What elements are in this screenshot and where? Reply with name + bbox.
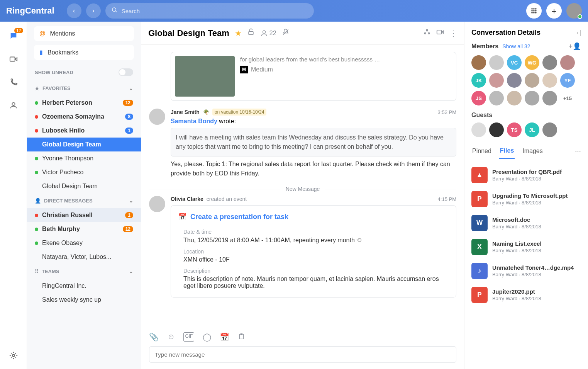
user-avatar[interactable] <box>566 3 582 19</box>
favorite-star-icon[interactable]: ★ <box>235 29 242 38</box>
huddle-icon[interactable] <box>423 28 431 38</box>
search-input[interactable] <box>122 8 308 14</box>
conv-name: Christian Russell <box>42 212 93 219</box>
member-avatar[interactable]: JS <box>471 91 486 105</box>
more-icon[interactable]: ⋯ <box>575 148 581 155</box>
bookmarks-button[interactable]: ▮Bookmarks <box>34 45 134 60</box>
nav-back-button[interactable]: ‹ <box>67 3 81 18</box>
sidebar-item[interactable]: Yvonne Thompson <box>27 151 141 165</box>
tab-pinned[interactable]: Pinned <box>471 144 492 158</box>
member-avatar[interactable] <box>471 122 486 137</box>
member-avatar[interactable]: WG <box>525 55 539 70</box>
member-avatar[interactable] <box>542 122 557 137</box>
member-more[interactable]: +15 <box>560 91 575 105</box>
member-avatar[interactable]: VC <box>507 55 522 70</box>
attach-icon[interactable]: 📎 <box>149 332 159 342</box>
file-item[interactable]: PJupiter2020.pptBarry Ward · 8/8/2018 <box>471 283 581 307</box>
tab-images[interactable]: Images <box>522 144 543 158</box>
sidebar-item[interactable]: Ekene Obasey <box>27 236 141 250</box>
member-avatar[interactable] <box>489 73 504 88</box>
event-datetime: Thu, 12/05/2019 at 8:00 AM - 11:00AM, re… <box>183 237 355 243</box>
svg-point-3 <box>533 8 534 9</box>
tab-files[interactable]: Files <box>499 143 515 159</box>
more-icon[interactable]: ⋮ <box>449 29 457 38</box>
gif-icon[interactable]: GIF <box>183 332 194 342</box>
event-title[interactable]: 📅Create a presentation for task <box>171 207 456 226</box>
member-avatar[interactable] <box>542 73 557 88</box>
note-icon[interactable]: 🗒 <box>238 332 246 342</box>
rail-phone[interactable] <box>8 77 19 88</box>
add-member-icon[interactable]: +👤 <box>568 42 581 51</box>
member-avatar[interactable] <box>525 73 539 88</box>
member-avatar[interactable]: YF <box>560 73 575 88</box>
file-meta: Barry Ward · 8/8/2018 <box>492 296 581 301</box>
rail-contacts[interactable] <box>8 100 19 111</box>
rail-settings[interactable] <box>8 350 19 361</box>
collapse-icon[interactable]: →| <box>573 29 581 36</box>
video-call-icon[interactable] <box>436 28 444 38</box>
add-button[interactable]: ＋ <box>546 3 562 19</box>
member-avatar[interactable]: TS <box>507 122 522 137</box>
sidebar-item[interactable]: RingCentral Inc. <box>27 279 141 293</box>
sidebar-item[interactable]: Lubosek Hnilo1 <box>27 124 141 138</box>
file-item[interactable]: ▲Presentation for QBR.pdfBarry Ward · 8/… <box>471 163 581 187</box>
presence-dot <box>35 129 38 133</box>
member-avatar[interactable] <box>471 55 486 70</box>
members-icon[interactable]: 22 <box>260 29 276 37</box>
member-avatar[interactable] <box>489 91 504 105</box>
conv-name: Victor Pacheco <box>42 169 83 176</box>
file-item[interactable]: WMicrosoft.docBarry Ward · 8/8/2018 <box>471 211 581 235</box>
member-avatar[interactable] <box>489 122 504 137</box>
search-wrap[interactable] <box>105 3 314 19</box>
event-field-label: Location <box>183 248 444 255</box>
svg-point-12 <box>12 103 15 105</box>
member-avatar[interactable] <box>489 55 504 70</box>
task-icon[interactable]: ◯ <box>203 332 211 342</box>
member-avatar[interactable] <box>560 55 575 70</box>
member-avatar[interactable] <box>542 55 557 70</box>
quote-author[interactable]: Samanta Bondy <box>171 118 217 124</box>
lock-open-icon[interactable] <box>247 28 255 38</box>
sidebar-item[interactable]: Victor Pacheco <box>27 165 141 179</box>
file-item[interactable]: XNaming List.excelBarry Ward · 8/8/2018 <box>471 235 581 259</box>
file-item[interactable]: ♪Unmatched Toner4…dge.mp4Barry Ward · 8/… <box>471 259 581 283</box>
avatar[interactable] <box>149 196 165 212</box>
sidebar-item[interactable]: Beth Murphy12 <box>27 222 141 236</box>
teams-header[interactable]: ⠿TEAMS⌄ <box>27 264 141 279</box>
show-all-link[interactable]: Show all 32 <box>502 43 530 49</box>
sidebar-item[interactable]: Ozoemena Somayina8 <box>27 110 141 124</box>
show-unread-toggle[interactable] <box>119 68 133 76</box>
dm-header[interactable]: 👤DIRECT MESSAGES⌄ <box>27 193 141 208</box>
calendar-icon[interactable]: 📅 <box>220 332 229 342</box>
details-tabs: PinnedFilesImages ⋯ <box>471 143 581 159</box>
sidebar-item[interactable]: Sales weekly sync up <box>27 293 141 307</box>
emoji-icon[interactable]: ☺ <box>167 332 175 342</box>
svg-point-7 <box>535 10 536 11</box>
svg-rect-11 <box>10 57 15 61</box>
member-avatar[interactable] <box>542 91 557 105</box>
mentions-button[interactable]: @Mentions <box>34 26 134 41</box>
member-avatar[interactable] <box>507 73 522 88</box>
member-avatar[interactable] <box>525 91 539 105</box>
member-avatar[interactable] <box>507 91 522 105</box>
mute-icon[interactable] <box>282 28 290 38</box>
sidebar-item[interactable]: Natayara, Victor, Lubos... <box>27 250 141 264</box>
dialpad-button[interactable] <box>526 3 542 19</box>
message-input[interactable] <box>149 346 456 363</box>
nav-forward-button[interactable]: › <box>86 3 101 18</box>
sidebar-item[interactable]: Christian Russell1 <box>27 208 141 222</box>
sidebar-item[interactable]: Herbert Peterson12 <box>27 96 141 110</box>
file-name: Presentation for QBR.pdf <box>492 168 581 175</box>
rail-video[interactable] <box>8 53 19 65</box>
member-avatar[interactable]: JL <box>525 122 539 137</box>
presence-dot <box>35 157 38 160</box>
sidebar-item[interactable]: Global Design Team <box>27 138 141 151</box>
favorites-header[interactable]: ★FAVORITES⌄ <box>27 81 141 96</box>
chevron-down-icon: ⌄ <box>129 269 133 274</box>
rail-chat[interactable]: 12 <box>8 30 19 42</box>
sidebar-item[interactable]: Global Design Team <box>27 179 141 193</box>
avatar[interactable] <box>149 109 165 125</box>
link-preview-card[interactable]: for global leaders from the world's best… <box>171 52 456 101</box>
member-avatar[interactable]: JK <box>471 73 486 88</box>
file-item[interactable]: PUpgrading To Microsoft.pptBarry Ward · … <box>471 187 581 211</box>
